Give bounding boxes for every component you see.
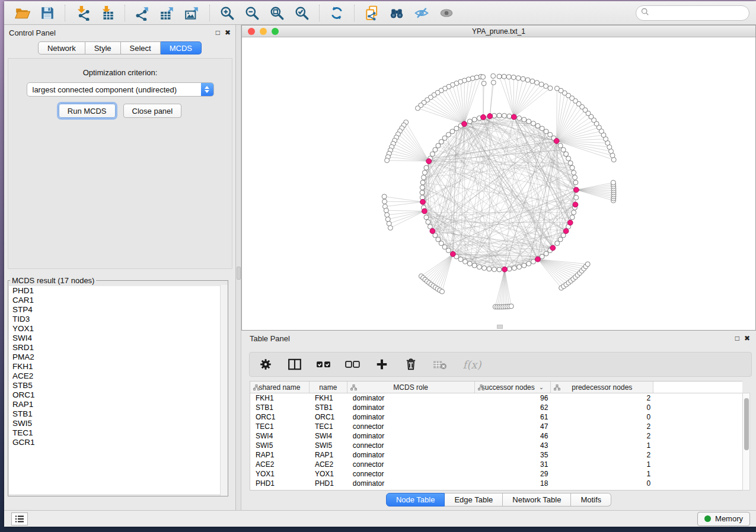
float-table-panel-icon[interactable]: □ <box>735 335 739 342</box>
tab-select[interactable]: Select <box>121 41 161 55</box>
mcds-result-item[interactable]: ORC1 <box>9 390 227 400</box>
table-cell[interactable]: connector <box>347 422 475 431</box>
table-cell[interactable]: dominator <box>347 403 475 412</box>
export-image-icon[interactable] <box>183 4 201 22</box>
table-cell[interactable]: 0 <box>551 413 653 421</box>
table-cell[interactable]: connector <box>347 470 475 478</box>
table-row[interactable]: FKH1FKH1dominator962 <box>250 393 742 403</box>
table-cell[interactable]: connector <box>347 460 475 469</box>
mcds-result-item[interactable]: CAR1 <box>9 296 227 305</box>
refresh-layout-icon[interactable] <box>328 4 346 22</box>
table-row[interactable]: RAP1RAP1dominator352 <box>250 450 742 460</box>
network-canvas[interactable] <box>242 37 755 330</box>
mcds-result-item[interactable]: SWI5 <box>9 419 227 428</box>
table-cell[interactable]: 1 <box>551 441 653 450</box>
vertical-splitter[interactable] <box>236 25 241 510</box>
close-panel-icon[interactable]: ✖ <box>225 29 231 36</box>
table-cell[interactable]: 62 <box>475 403 551 412</box>
find-neighbors-icon[interactable] <box>388 4 406 22</box>
table-cell[interactable]: FKH1 <box>310 394 347 402</box>
mcds-result-item[interactable]: PHD1 <box>9 286 227 296</box>
horizontal-splitter-grip[interactable] <box>497 325 503 329</box>
open-file-icon[interactable] <box>14 4 31 22</box>
table-row[interactable]: STB1STB1dominator620 <box>250 403 742 412</box>
mcds-result-item[interactable]: STB1 <box>9 409 227 419</box>
mcds-result-item[interactable]: PMA2 <box>9 352 227 362</box>
import-table-icon[interactable] <box>98 4 116 22</box>
table-cell[interactable]: FKH1 <box>250 394 310 402</box>
table-cell[interactable]: ORC1 <box>310 413 347 421</box>
search-input[interactable] <box>652 8 756 17</box>
tab-network[interactable]: Network <box>38 41 85 55</box>
column-header-shared-name[interactable]: shared name <box>250 382 310 393</box>
column-header-MCDS-role[interactable]: MCDS role <box>347 382 475 393</box>
close-panel-button[interactable]: Close panel <box>123 104 182 118</box>
table-cell[interactable]: ACE2 <box>250 460 310 469</box>
task-history-button[interactable] <box>11 512 28 525</box>
add-column-icon[interactable] <box>374 357 390 372</box>
network-search-box[interactable] <box>636 5 749 21</box>
column-header-successor-nodes[interactable]: successor nodes⌄ <box>475 382 551 393</box>
save-session-icon[interactable] <box>39 4 56 22</box>
table-cell[interactable]: ORC1 <box>250 413 310 421</box>
table-cell[interactable]: 2 <box>551 451 653 459</box>
table-cell[interactable]: 61 <box>475 413 551 421</box>
table-cell[interactable]: 96 <box>475 394 551 402</box>
table-cell[interactable]: 1 <box>551 460 653 469</box>
select-all-checkboxes-icon[interactable] <box>316 357 331 372</box>
minimize-window-button[interactable] <box>260 28 267 35</box>
tab-mcds[interactable]: MCDS <box>161 41 202 55</box>
float-panel-icon[interactable]: □ <box>216 29 220 36</box>
zoom-in-icon[interactable] <box>218 4 236 22</box>
table-cell[interactable]: 18 <box>475 479 551 488</box>
column-header-predecessor-nodes[interactable]: predecessor nodes <box>551 382 653 393</box>
mcds-result-item[interactable]: GCR1 <box>9 438 227 447</box>
table-cell[interactable]: YOX1 <box>310 470 347 478</box>
table-cell[interactable]: dominator <box>347 432 475 440</box>
mcds-list-scrollbar[interactable] <box>220 285 228 496</box>
table-cell[interactable]: SWI4 <box>250 432 310 440</box>
table-cell[interactable]: SWI4 <box>310 432 347 440</box>
zoom-fit-icon[interactable] <box>268 4 286 22</box>
table-row[interactable]: PHD1PHD1dominator180 <box>250 479 742 488</box>
export-table-icon[interactable] <box>158 4 176 22</box>
network-titlebar[interactable]: YPA_prune.txt_1 <box>242 25 755 37</box>
table-cell[interactable]: 0 <box>551 479 653 488</box>
table-cell[interactable]: 1 <box>551 470 653 478</box>
tab-network-table[interactable]: Network Table <box>503 493 571 507</box>
tab-edge-table[interactable]: Edge Table <box>445 493 503 507</box>
delete-column-icon[interactable] <box>403 357 419 372</box>
table-cell[interactable]: STB1 <box>310 403 347 412</box>
mcds-result-item[interactable]: RAP1 <box>9 400 227 409</box>
split-panel-icon[interactable] <box>287 357 302 372</box>
close-window-button[interactable] <box>248 28 255 35</box>
table-cell[interactable]: TEC1 <box>310 422 347 431</box>
mcds-result-item[interactable]: STB5 <box>9 381 227 390</box>
table-cell[interactable]: 46 <box>475 432 551 440</box>
table-cell[interactable]: STB1 <box>250 403 310 412</box>
table-row[interactable]: ACE2ACE2connector311 <box>250 460 742 469</box>
table-scrollbar[interactable] <box>742 393 750 491</box>
mcds-result-list[interactable]: PHD1CAR1STP4TID3YOX1SWI4SRD1PMA2FKH1ACE2… <box>9 286 227 494</box>
table-cell[interactable]: RAP1 <box>310 451 347 459</box>
mcds-result-item[interactable]: FKH1 <box>9 362 227 371</box>
network-graph[interactable] <box>242 37 755 330</box>
clone-network-icon[interactable] <box>363 4 381 22</box>
mcds-result-item[interactable]: ACE2 <box>9 371 227 381</box>
close-table-panel-icon[interactable]: ✖ <box>744 335 750 342</box>
table-scrollbar-thumb[interactable] <box>744 398 749 450</box>
table-cell[interactable]: dominator <box>347 479 475 488</box>
optimization-criterion-select[interactable]: largest connected component (undirected) <box>27 82 214 97</box>
table-row[interactable]: SWI5SWI5connector431 <box>250 441 742 450</box>
table-row[interactable]: TEC1TEC1connector472 <box>250 422 742 431</box>
table-cell[interactable]: PHD1 <box>250 479 310 488</box>
mcds-result-item[interactable]: TEC1 <box>9 428 227 438</box>
table-cell[interactable]: SWI5 <box>250 441 310 450</box>
zoom-out-icon[interactable] <box>243 4 261 22</box>
import-network-icon[interactable] <box>74 4 91 22</box>
mcds-result-item[interactable]: SWI4 <box>9 334 227 343</box>
maximize-window-button[interactable] <box>272 28 279 35</box>
table-cell[interactable]: 0 <box>551 403 653 412</box>
table-row[interactable]: YOX1YOX1connector291 <box>250 469 742 479</box>
table-cell[interactable]: 29 <box>475 470 551 478</box>
